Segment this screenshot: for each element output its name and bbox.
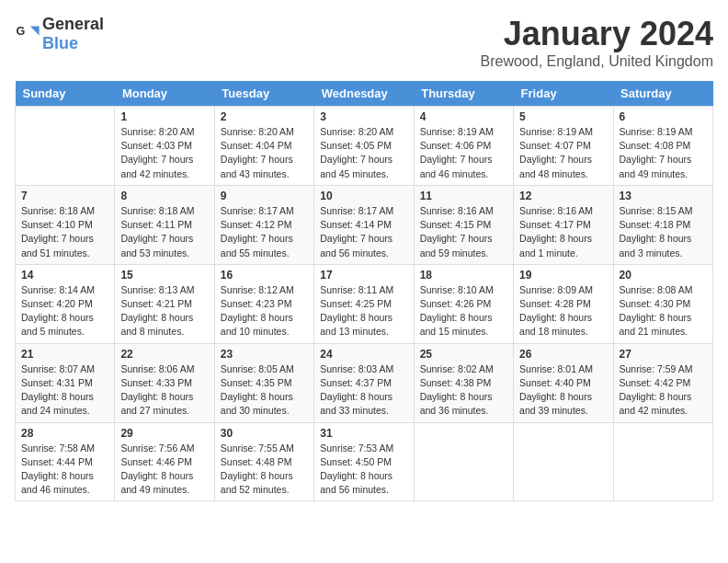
day-number: 7 [21, 190, 108, 202]
calendar-cell: 8Sunrise: 8:18 AMSunset: 4:11 PMDaylight… [115, 185, 214, 264]
calendar-cell: 15Sunrise: 8:13 AMSunset: 4:21 PMDayligh… [115, 264, 214, 343]
col-header-saturday: Saturday [613, 81, 712, 107]
day-number: 16 [221, 269, 308, 282]
day-number: 5 [519, 110, 607, 123]
day-number: 26 [519, 348, 607, 361]
calendar-table: SundayMondayTuesdayWednesdayThursdayFrid… [15, 81, 713, 501]
day-number: 23 [221, 348, 308, 361]
col-header-sunday: Sunday [16, 81, 115, 107]
calendar-cell: 12Sunrise: 8:16 AMSunset: 4:17 PMDayligh… [514, 185, 613, 264]
day-content: Sunrise: 8:11 AMSunset: 4:25 PMDaylight:… [320, 283, 407, 339]
col-header-tuesday: Tuesday [214, 81, 313, 107]
calendar-cell: 23Sunrise: 8:05 AMSunset: 4:35 PMDayligh… [214, 343, 313, 422]
calendar-cell: 19Sunrise: 8:09 AMSunset: 4:28 PMDayligh… [514, 264, 613, 343]
day-content: Sunrise: 8:13 AMSunset: 4:21 PMDaylight:… [120, 283, 208, 339]
calendar-cell: 3Sunrise: 8:20 AMSunset: 4:05 PMDaylight… [314, 107, 414, 186]
calendar-cell: 20Sunrise: 8:08 AMSunset: 4:30 PMDayligh… [613, 264, 712, 343]
calendar-cell: 18Sunrise: 8:10 AMSunset: 4:26 PMDayligh… [414, 264, 513, 343]
svg-marker-1 [30, 27, 40, 36]
day-content: Sunrise: 8:16 AMSunset: 4:15 PMDaylight:… [420, 204, 507, 260]
month-title: January 2024 [481, 15, 714, 53]
calendar-cell: 4Sunrise: 8:19 AMSunset: 4:06 PMDaylight… [414, 107, 513, 186]
calendar-week-row: 21Sunrise: 8:07 AMSunset: 4:31 PMDayligh… [16, 343, 713, 422]
location-title: Brewood, England, United Kingdom [481, 53, 714, 70]
logo: G General Blue [15, 15, 104, 53]
calendar-cell: 1Sunrise: 8:20 AMSunset: 4:03 PMDaylight… [115, 107, 214, 186]
day-number: 10 [320, 190, 407, 202]
day-content: Sunrise: 8:07 AMSunset: 4:31 PMDaylight:… [21, 362, 108, 419]
col-header-wednesday: Wednesday [314, 81, 414, 107]
logo-icon: G [15, 21, 40, 47]
day-content: Sunrise: 8:08 AMSunset: 4:30 PMDaylight:… [620, 283, 707, 339]
calendar-cell: 7Sunrise: 8:18 AMSunset: 4:10 PMDaylight… [16, 185, 115, 264]
calendar-cell: 11Sunrise: 8:16 AMSunset: 4:15 PMDayligh… [414, 185, 513, 264]
day-content: Sunrise: 8:19 AMSunset: 4:08 PMDaylight:… [620, 125, 707, 181]
day-content: Sunrise: 8:14 AMSunset: 4:20 PMDaylight:… [21, 283, 108, 339]
day-content: Sunrise: 8:16 AMSunset: 4:17 PMDaylight:… [519, 204, 607, 260]
day-content: Sunrise: 8:06 AMSunset: 4:33 PMDaylight:… [120, 362, 208, 419]
col-header-thursday: Thursday [414, 81, 513, 107]
calendar-cell: 17Sunrise: 8:11 AMSunset: 4:25 PMDayligh… [314, 264, 414, 343]
day-number: 11 [420, 190, 507, 202]
calendar-cell: 6Sunrise: 8:19 AMSunset: 4:08 PMDaylight… [613, 107, 712, 186]
calendar-cell [414, 422, 513, 501]
day-content: Sunrise: 7:56 AMSunset: 4:46 PMDaylight:… [120, 442, 208, 498]
day-number: 24 [320, 348, 407, 361]
calendar-cell: 14Sunrise: 8:14 AMSunset: 4:20 PMDayligh… [16, 264, 115, 343]
day-number: 4 [420, 110, 507, 123]
day-number: 8 [120, 190, 208, 202]
calendar-week-row: 14Sunrise: 8:14 AMSunset: 4:20 PMDayligh… [16, 264, 713, 343]
day-content: Sunrise: 8:17 AMSunset: 4:12 PMDaylight:… [221, 204, 308, 260]
calendar-cell [514, 422, 613, 501]
day-content: Sunrise: 8:02 AMSunset: 4:38 PMDaylight:… [420, 362, 507, 419]
day-content: Sunrise: 8:20 AMSunset: 4:05 PMDaylight:… [320, 125, 407, 181]
calendar-week-row: 1Sunrise: 8:20 AMSunset: 4:03 PMDaylight… [16, 107, 713, 186]
calendar-header-row: SundayMondayTuesdayWednesdayThursdayFrid… [16, 81, 713, 107]
calendar-cell: 2Sunrise: 8:20 AMSunset: 4:04 PMDaylight… [214, 107, 313, 186]
day-number: 2 [221, 110, 308, 123]
day-number: 15 [120, 269, 208, 282]
day-number: 9 [221, 190, 308, 202]
day-number: 27 [620, 348, 707, 361]
calendar-cell: 10Sunrise: 8:17 AMSunset: 4:14 PMDayligh… [314, 185, 414, 264]
day-number: 14 [21, 269, 108, 282]
day-number: 31 [320, 427, 407, 440]
calendar-cell: 9Sunrise: 8:17 AMSunset: 4:12 PMDaylight… [214, 185, 313, 264]
calendar-cell: 21Sunrise: 8:07 AMSunset: 4:31 PMDayligh… [16, 343, 115, 422]
day-number: 30 [221, 427, 308, 440]
calendar-cell: 16Sunrise: 8:12 AMSunset: 4:23 PMDayligh… [214, 264, 313, 343]
day-number: 20 [620, 269, 707, 282]
day-content: Sunrise: 7:55 AMSunset: 4:48 PMDaylight:… [221, 442, 308, 498]
day-number: 19 [519, 269, 607, 282]
calendar-cell [16, 107, 115, 186]
day-content: Sunrise: 7:53 AMSunset: 4:50 PMDaylight:… [320, 442, 407, 498]
day-content: Sunrise: 8:20 AMSunset: 4:03 PMDaylight:… [120, 125, 208, 181]
day-content: Sunrise: 8:12 AMSunset: 4:23 PMDaylight:… [221, 283, 308, 339]
day-content: Sunrise: 8:01 AMSunset: 4:40 PMDaylight:… [519, 362, 607, 419]
day-number: 29 [120, 427, 208, 440]
day-content: Sunrise: 8:18 AMSunset: 4:10 PMDaylight:… [21, 204, 108, 260]
day-number: 17 [320, 269, 407, 282]
calendar-week-row: 7Sunrise: 8:18 AMSunset: 4:10 PMDaylight… [16, 185, 713, 264]
page-header: G General Blue January 2024 Brewood, Eng… [15, 15, 713, 70]
calendar-cell: 24Sunrise: 8:03 AMSunset: 4:37 PMDayligh… [314, 343, 414, 422]
calendar-cell: 29Sunrise: 7:56 AMSunset: 4:46 PMDayligh… [115, 422, 214, 501]
day-content: Sunrise: 8:15 AMSunset: 4:18 PMDaylight:… [620, 204, 707, 260]
day-number: 25 [420, 348, 507, 361]
calendar-cell: 28Sunrise: 7:58 AMSunset: 4:44 PMDayligh… [16, 422, 115, 501]
day-number: 28 [21, 427, 108, 440]
day-number: 3 [320, 110, 407, 123]
day-number: 21 [21, 348, 108, 361]
calendar-cell: 22Sunrise: 8:06 AMSunset: 4:33 PMDayligh… [115, 343, 214, 422]
calendar-cell: 5Sunrise: 8:19 AMSunset: 4:07 PMDaylight… [514, 107, 613, 186]
calendar-cell: 31Sunrise: 7:53 AMSunset: 4:50 PMDayligh… [314, 422, 414, 501]
day-content: Sunrise: 8:09 AMSunset: 4:28 PMDaylight:… [519, 283, 607, 339]
day-number: 12 [519, 190, 607, 202]
col-header-friday: Friday [514, 81, 613, 107]
day-content: Sunrise: 8:05 AMSunset: 4:35 PMDaylight:… [221, 362, 308, 419]
logo-blue-text: Blue [42, 34, 78, 52]
calendar-cell [613, 422, 712, 501]
day-content: Sunrise: 8:20 AMSunset: 4:04 PMDaylight:… [221, 125, 308, 181]
day-number: 22 [120, 348, 208, 361]
calendar-cell: 27Sunrise: 7:59 AMSunset: 4:42 PMDayligh… [613, 343, 712, 422]
